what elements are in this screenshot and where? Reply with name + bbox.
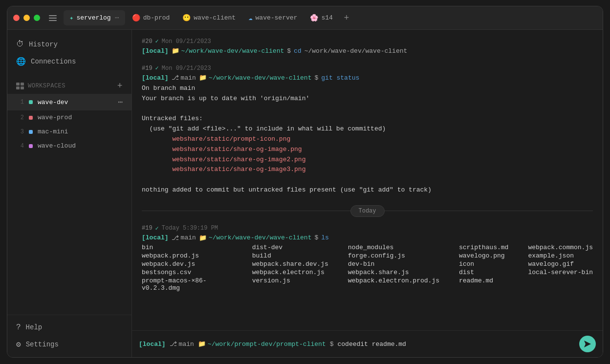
svg-rect-2 (49, 20, 57, 21)
sidebar-item-connections-label: Connections (31, 58, 76, 65)
connections-icon: 🌐 (16, 57, 26, 66)
branch-icon-19b: ⎇ (172, 234, 179, 242)
sidebar-item-history-label: History (29, 41, 58, 48)
tab-icon-serverlog: ✦ (69, 14, 73, 22)
send-button[interactable] (579, 336, 596, 352)
window-controls (13, 15, 40, 21)
workspace-item-wave-cloud[interactable]: 4 wave-cloud (7, 139, 131, 153)
sidebar-item-connections[interactable]: 🌐 Connections (7, 53, 131, 70)
ls-item: wavelogo.png (459, 252, 508, 259)
ls-item: scripthaus.md (459, 244, 508, 251)
ls-item: webpack.electron.prod.js (348, 277, 439, 292)
check-icon-19b: ✓ (155, 225, 159, 232)
close-button[interactable] (13, 15, 20, 21)
svg-rect-4 (21, 83, 24, 86)
workspace-item-wave-dev[interactable]: 1 wave-dev ⋯ (7, 94, 131, 110)
send-icon (584, 340, 591, 348)
workspaces-header: Workspaces + (7, 76, 131, 94)
workspace-list: 1 wave-dev ⋯ 2 wave-prod 3 mac-mini 4 (7, 94, 131, 153)
ls-item: local-serever-bin (528, 269, 593, 276)
cmd-block-19b: #19 ✓ Today 5:39:19 PM [local] ⎇ main 📁 … (142, 225, 593, 292)
main-content: ⏱ History 🌐 Connections Workspaces (7, 30, 603, 357)
input-branch-name: main (179, 341, 194, 348)
cmd-text-19b: ls (321, 234, 329, 241)
minimize-button[interactable] (23, 15, 30, 21)
terminal-scroll[interactable]: #20 ✓ Mon 09/21/2023 [local] 📁 ~/work/wa… (132, 30, 603, 330)
date-divider-label: Today (350, 205, 385, 217)
tab-s14[interactable]: 🌸 s14 (304, 11, 338, 25)
add-tab-button[interactable]: + (340, 11, 353, 25)
tab-icon-wave-client: 😶 (182, 14, 191, 22)
ls-output: bin dist-dev node_modules scripthaus.md … (142, 244, 593, 292)
ls-item: webpack.common.js (528, 244, 593, 251)
sidebar-item-settings-label: Settings (26, 341, 59, 348)
tab-db-prod[interactable]: 🔴 db-prod (126, 11, 176, 25)
ls-item: prompt-macos-×86-v0.2.3.dmg (142, 277, 233, 292)
workspace-item-mac-mini[interactable]: 3 mac-mini (7, 125, 131, 139)
workspaces-icon (16, 83, 24, 89)
sidebar-nav: ⏱ History 🌐 Connections (7, 30, 131, 76)
workspace-num-4: 4 (16, 143, 24, 150)
sidebar-item-settings[interactable]: ⚙ Settings (7, 336, 131, 353)
tab-wave-server[interactable]: ☁ wave-server (242, 11, 303, 25)
ls-item: icon (459, 260, 508, 268)
ls-item: webpack.electron.js (252, 269, 328, 276)
prompt-dollar-19b: $ (314, 234, 318, 241)
svg-rect-0 (49, 15, 57, 16)
ls-item: bin (142, 244, 233, 251)
sidebar-toggle[interactable] (46, 11, 60, 25)
terminal-input[interactable] (337, 341, 575, 348)
svg-rect-1 (49, 18, 57, 19)
cmd-block-19a: #19 ✓ Mon 09/21/2023 [local] ⎇ main 📁 ~/… (142, 64, 593, 195)
workspace-name-wave-cloud: wave-cloud (38, 142, 123, 150)
history-icon: ⏱ (16, 40, 24, 49)
terminal-input-bar: [local] ⎇ main 📁 ~/work/prompt-dev/promp… (132, 330, 603, 357)
svg-rect-6 (21, 86, 24, 89)
cmd-output-19a: On branch main Your branch is up to date… (142, 84, 593, 195)
sidebar-bottom: ? Help ⚙ Settings (7, 315, 131, 357)
tab-bar: ✦ serverlog ⋯ 🔴 db-prod 😶 wave-client ☁ … (64, 10, 597, 25)
ls-item: dist (459, 269, 508, 276)
workspace-name-wave-prod: wave-prod (38, 114, 123, 121)
maximize-button[interactable] (34, 15, 40, 21)
prompt-local-19b: [local] (142, 234, 169, 241)
input-prompt-local: [local] (139, 341, 166, 348)
input-path-text: ~/work/prompt-dev/prompt-client (208, 341, 326, 348)
sidebar-item-help[interactable]: ? Help (7, 319, 131, 336)
workspace-item-wave-prod[interactable]: 2 wave-prod (7, 110, 131, 125)
ls-item: bestsongs.csv (142, 269, 233, 276)
cmd-arg-20: ~/work/wave-dev/wave-client (305, 47, 408, 55)
tab-wave-client[interactable]: 😶 wave-client (176, 11, 241, 25)
cmd-meta-20: #20 ✓ Mon 09/21/2023 (142, 38, 593, 45)
prompt-path-19b: 📁 ~/work/wave-dev/wave-client (199, 234, 312, 242)
tab-label-serverlog: serverlog (76, 14, 110, 21)
date-divider-line-left (142, 211, 350, 211)
tab-serverlog[interactable]: ✦ serverlog ⋯ (64, 10, 125, 25)
workspace-menu-wave-dev[interactable]: ⋯ (118, 97, 123, 107)
settings-icon: ⚙ (16, 340, 21, 349)
workspace-num-2: 2 (16, 114, 24, 121)
cmd-num-19b: #19 (142, 225, 152, 232)
prompt-branch-19b: ⎇ main (172, 234, 196, 242)
cmd-prompt-19a: [local] ⎇ main 📁 ~/work/wave-dev/wave-cl… (142, 74, 593, 82)
ls-item: webpack.share.dev.js (252, 260, 328, 268)
workspaces-label: Workspaces (28, 83, 65, 89)
add-workspace-button[interactable]: + (117, 81, 123, 91)
prompt-local-19a: [local] (142, 74, 169, 82)
workspace-name-wave-dev: wave-dev (38, 99, 113, 106)
prompt-branch-19a: ⎇ main (172, 74, 196, 82)
tab-menu-serverlog[interactable]: ⋯ (115, 13, 119, 22)
workspace-num-1: 1 (16, 99, 24, 106)
ls-item: version.js (252, 277, 328, 292)
ls-item: forge.config.js (348, 252, 439, 259)
cmd-num-19a: #19 (142, 65, 152, 72)
input-dollar: $ (330, 341, 334, 348)
prompt-dollar-19a: $ (314, 74, 318, 82)
svg-rect-5 (16, 86, 20, 89)
prompt-dollar-20: $ (287, 47, 291, 55)
ls-item: webpack.share.js (348, 269, 439, 276)
input-branch: ⎇ main (170, 340, 194, 348)
folder-icon-19a: 📁 (199, 74, 207, 82)
sidebar-item-history[interactable]: ⏱ History (7, 36, 131, 53)
ls-item: dev-bin (348, 260, 439, 268)
